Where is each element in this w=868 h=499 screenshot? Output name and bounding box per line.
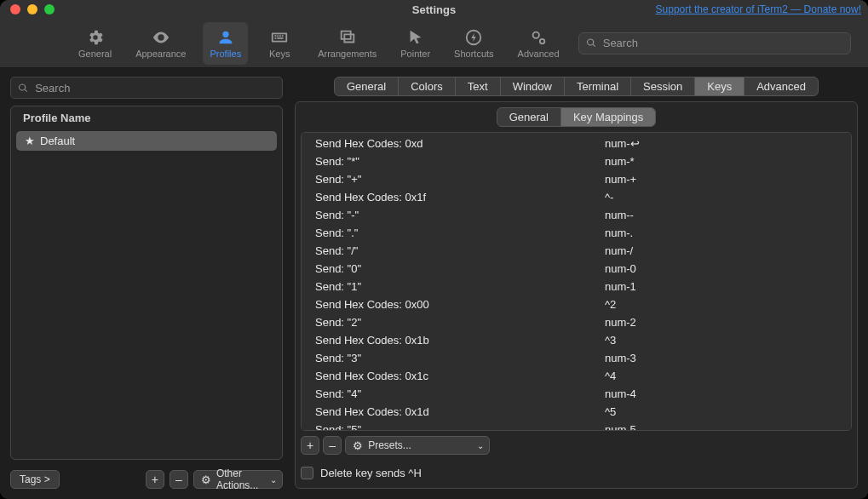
profile-search-input[interactable] [33,81,275,95]
remove-profile-button[interactable]: – [170,470,188,489]
mapping-action: Send: "4" [315,386,605,402]
mapping-action: Send Hex Codes: 0x00 [315,296,605,313]
mapping-shortcut: num-3 [605,350,837,366]
profile-list[interactable]: Profile Name ★ Default [10,106,283,460]
subtab-general[interactable]: General [497,108,561,126]
bolt-icon [464,28,483,47]
subtab-key-mappings[interactable]: Key Mappings [561,108,655,126]
gear-icon: ⚙ [353,439,363,452]
mapping-shortcut: ^- [605,189,837,205]
toolbar-label: Pointer [400,49,430,59]
tab-advanced[interactable]: Advanced [744,77,818,95]
toolbar-item-general[interactable]: General [72,22,118,65]
tab-window[interactable]: Window [501,77,565,95]
zoom-window-button[interactable] [44,4,55,14]
traffic-lights [0,4,55,14]
mapping-shortcut: num-2 [605,314,837,330]
tab-terminal[interactable]: Terminal [565,77,631,95]
keyboard-icon [270,28,289,47]
mapping-row[interactable]: Send Hex Codes: 0x1f^- [302,188,851,206]
windows-icon [338,28,357,47]
keys-subtabs-row: GeneralKey Mappings [301,107,852,127]
tab-keys[interactable]: Keys [695,77,744,95]
svg-point-2 [540,38,545,43]
delete-key-checkbox[interactable] [301,467,313,479]
profile-search-field[interactable] [10,77,283,99]
toolbar-label: Arrangements [318,49,377,59]
mapping-shortcut: ^5 [605,404,837,420]
toolbar-item-profiles[interactable]: Profiles [203,22,248,65]
close-window-button[interactable] [10,4,20,14]
mapping-row[interactable]: Send: "2"num-2 [302,313,851,331]
mapping-action: Send: "+" [315,171,605,187]
star-icon: ★ [25,135,35,147]
delete-key-option[interactable]: Delete key sends ^H [301,467,852,479]
tab-session[interactable]: Session [631,77,695,95]
mapping-shortcut: num-0 [605,261,837,277]
toolbar-item-pointer[interactable]: Pointer [394,22,437,65]
mapping-row[interactable]: Send: "+"num-+ [302,170,851,188]
search-icon [18,83,28,94]
mapping-row[interactable]: Send: "*"num-* [302,152,851,170]
dropdown-label: Other Actions... [216,467,265,491]
mapping-row[interactable]: Send Hex Codes: 0x1d^5 [302,403,851,421]
mapping-action: Send Hex Codes: 0x1d [315,404,605,420]
toolbar-item-shortcuts[interactable]: Shortcuts [447,22,500,65]
profile-row-default[interactable]: ★ Default [16,131,277,151]
profile-list-header: Profile Name [11,106,282,129]
toolbar-label: Advanced [518,49,560,59]
remove-mapping-button[interactable]: – [323,436,342,455]
mappings-footer: + – ⚙ Presets... ⌄ [301,436,852,455]
tags-button[interactable]: Tags > [10,470,60,489]
mapping-action: Send: "*" [315,153,605,169]
eye-icon [152,28,170,47]
search-input[interactable] [601,36,843,50]
minimize-window-button[interactable] [27,4,37,14]
add-mapping-button[interactable]: + [301,436,319,455]
search-field[interactable] [578,32,851,54]
presets-dropdown[interactable]: ⚙ Presets... ⌄ [345,436,490,455]
tab-general[interactable]: General [335,77,399,95]
person-icon [216,28,235,47]
mapping-row[interactable]: Send: "/"num-/ [302,242,851,260]
mapping-action: Send: "5" [315,422,605,431]
key-mappings-list[interactable]: Send Hex Codes: 0xdnum-↩Send: "*"num-*Se… [301,132,852,431]
tab-text[interactable]: Text [456,77,501,95]
mapping-row[interactable]: Send Hex Codes: 0xdnum-↩ [302,135,851,152]
mapping-row[interactable]: Send Hex Codes: 0x1c^4 [302,367,851,385]
search-icon [586,37,596,49]
mapping-row[interactable]: Send: "5"num-5 [302,421,851,431]
mapping-row[interactable]: Send Hex Codes: 0x1b^3 [302,331,851,349]
mapping-shortcut: ^2 [605,296,837,313]
mapping-shortcut: num-4 [605,386,837,402]
mapping-row[interactable]: Send Hex Codes: 0x00^2 [302,295,851,313]
mapping-row[interactable]: Send: "1"num-1 [302,278,851,295]
mapping-row[interactable]: Send: "."num-. [302,224,851,242]
tab-colors[interactable]: Colors [399,77,456,95]
toolbar-item-keys[interactable]: Keys [258,22,301,65]
sidebar-footer: Tags > + – ⚙ Other Actions... ⌄ [10,470,283,489]
mapping-shortcut: num-5 [605,422,837,431]
mapping-action: Send: "1" [315,278,605,295]
mapping-row[interactable]: Send: "3"num-3 [302,349,851,367]
mapping-row[interactable]: Send: "0"num-0 [302,260,851,278]
mapping-action: Send Hex Codes: 0x1b [315,332,605,348]
mapping-row[interactable]: Send: "-"num-- [302,206,851,224]
profile-name: Default [40,135,75,147]
toolbar-label: Profiles [210,49,241,59]
mapping-shortcut: num-/ [605,243,837,259]
delete-key-label: Delete key sends ^H [320,467,422,479]
mapping-action: Send: "0" [315,261,605,277]
donate-link[interactable]: Support the creator of iTerm2 — Donate n… [656,3,861,15]
mapping-action: Send: "/" [315,243,605,259]
mapping-row[interactable]: Send: "4"num-4 [302,385,851,403]
mapping-action: Send Hex Codes: 0x1c [315,368,605,384]
other-actions-dropdown[interactable]: ⚙ Other Actions... ⌄ [193,470,283,489]
toolbar-item-advanced[interactable]: Advanced [511,22,566,65]
toolbar-item-arrangements[interactable]: Arrangements [311,22,383,65]
toolbar-item-appearance[interactable]: Appearance [129,22,193,65]
mapping-shortcut: num-* [605,153,837,169]
mapping-action: Send Hex Codes: 0xd [315,135,605,152]
add-profile-button[interactable]: + [146,470,164,489]
mapping-shortcut: ^3 [605,332,837,348]
